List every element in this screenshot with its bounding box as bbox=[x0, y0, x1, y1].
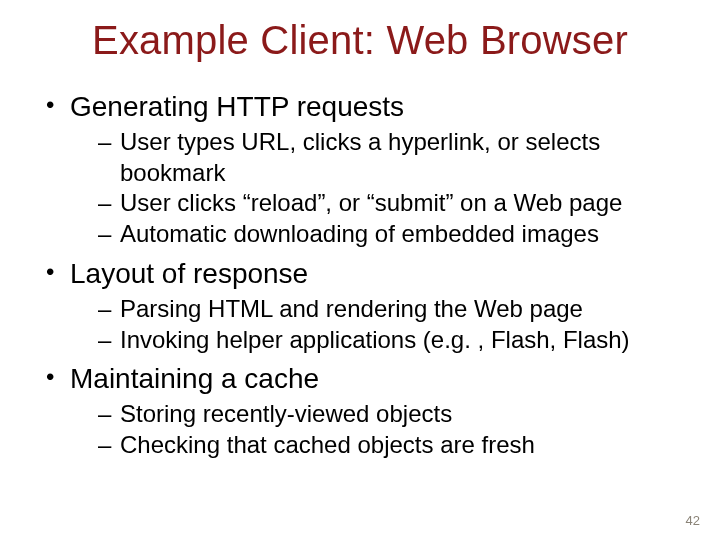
sub-list: User types URL, clicks a hyperlink, or s… bbox=[70, 127, 690, 250]
sub-bullet-text: User types URL, clicks a hyperlink, or s… bbox=[120, 128, 600, 186]
sub-bullet-text: Invoking helper applications (e.g. , Fla… bbox=[120, 326, 630, 353]
sub-bullet-text: Parsing HTML and rendering the Web page bbox=[120, 295, 583, 322]
bullet-text: Generating HTTP requests bbox=[70, 91, 404, 122]
bullet-level2: Checking that cached objects are fresh bbox=[94, 430, 690, 461]
sub-bullet-text: Storing recently-viewed objects bbox=[120, 400, 452, 427]
slide: Example Client: Web Browser Generating H… bbox=[0, 0, 720, 461]
sub-list: Parsing HTML and rendering the Web page … bbox=[70, 294, 690, 355]
sub-bullet-text: Automatic downloading of embedded images bbox=[120, 220, 599, 247]
slide-number: 42 bbox=[686, 513, 700, 528]
bullet-level1: Layout of response Parsing HTML and rend… bbox=[42, 258, 690, 355]
bullet-level2: User types URL, clicks a hyperlink, or s… bbox=[94, 127, 690, 188]
bullet-level2: Storing recently-viewed objects bbox=[94, 399, 690, 430]
sub-bullet-text: Checking that cached objects are fresh bbox=[120, 431, 535, 458]
bullet-level2: Automatic downloading of embedded images bbox=[94, 219, 690, 250]
bullet-text: Layout of response bbox=[70, 258, 308, 289]
slide-title: Example Client: Web Browser bbox=[30, 18, 690, 63]
bullet-text: Maintaining a cache bbox=[70, 363, 319, 394]
bullet-level2: Parsing HTML and rendering the Web page bbox=[94, 294, 690, 325]
sub-list: Storing recently-viewed objects Checking… bbox=[70, 399, 690, 460]
content-list: Generating HTTP requests User types URL,… bbox=[30, 91, 690, 461]
bullet-level2: User clicks “reload”, or “submit” on a W… bbox=[94, 188, 690, 219]
bullet-level2: Invoking helper applications (e.g. , Fla… bbox=[94, 325, 690, 356]
bullet-level1: Generating HTTP requests User types URL,… bbox=[42, 91, 690, 250]
sub-bullet-text: User clicks “reload”, or “submit” on a W… bbox=[120, 189, 622, 216]
bullet-level1: Maintaining a cache Storing recently-vie… bbox=[42, 363, 690, 460]
